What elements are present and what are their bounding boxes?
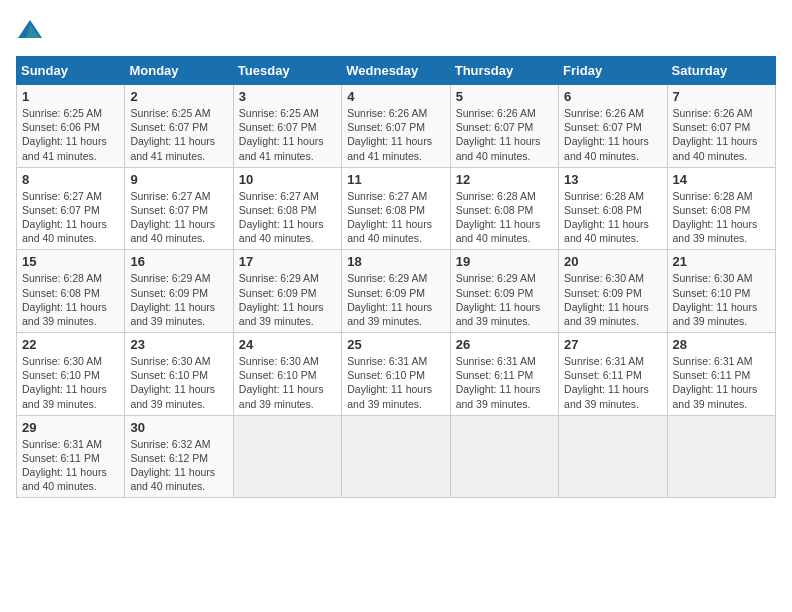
- day-number: 4: [347, 89, 444, 104]
- calendar-cell: 9 Sunrise: 6:27 AM Sunset: 6:07 PM Dayli…: [125, 167, 233, 250]
- calendar-cell: 20 Sunrise: 6:30 AM Sunset: 6:09 PM Dayl…: [559, 250, 667, 333]
- day-number: 14: [673, 172, 770, 187]
- calendar-week-2: 8 Sunrise: 6:27 AM Sunset: 6:07 PM Dayli…: [17, 167, 776, 250]
- day-number: 24: [239, 337, 336, 352]
- day-info: Sunrise: 6:31 AM Sunset: 6:11 PM Dayligh…: [673, 354, 770, 411]
- calendar-cell: 8 Sunrise: 6:27 AM Sunset: 6:07 PM Dayli…: [17, 167, 125, 250]
- day-info: Sunrise: 6:29 AM Sunset: 6:09 PM Dayligh…: [456, 271, 553, 328]
- calendar-cell: 30 Sunrise: 6:32 AM Sunset: 6:12 PM Dayl…: [125, 415, 233, 498]
- calendar-cell: 11 Sunrise: 6:27 AM Sunset: 6:08 PM Dayl…: [342, 167, 450, 250]
- header-day-friday: Friday: [559, 57, 667, 85]
- day-info: Sunrise: 6:30 AM Sunset: 6:10 PM Dayligh…: [22, 354, 119, 411]
- day-number: 27: [564, 337, 661, 352]
- day-info: Sunrise: 6:27 AM Sunset: 6:08 PM Dayligh…: [239, 189, 336, 246]
- day-info: Sunrise: 6:30 AM Sunset: 6:10 PM Dayligh…: [239, 354, 336, 411]
- calendar-cell: 4 Sunrise: 6:26 AM Sunset: 6:07 PM Dayli…: [342, 85, 450, 168]
- calendar-cell: 24 Sunrise: 6:30 AM Sunset: 6:10 PM Dayl…: [233, 333, 341, 416]
- day-info: Sunrise: 6:29 AM Sunset: 6:09 PM Dayligh…: [130, 271, 227, 328]
- day-info: Sunrise: 6:31 AM Sunset: 6:11 PM Dayligh…: [564, 354, 661, 411]
- calendar-week-5: 29 Sunrise: 6:31 AM Sunset: 6:11 PM Dayl…: [17, 415, 776, 498]
- calendar-cell: 21 Sunrise: 6:30 AM Sunset: 6:10 PM Dayl…: [667, 250, 775, 333]
- day-number: 11: [347, 172, 444, 187]
- calendar-header-row: SundayMondayTuesdayWednesdayThursdayFrid…: [17, 57, 776, 85]
- day-number: 15: [22, 254, 119, 269]
- calendar-cell: 1 Sunrise: 6:25 AM Sunset: 6:06 PM Dayli…: [17, 85, 125, 168]
- day-number: 13: [564, 172, 661, 187]
- header-day-saturday: Saturday: [667, 57, 775, 85]
- day-info: Sunrise: 6:27 AM Sunset: 6:08 PM Dayligh…: [347, 189, 444, 246]
- day-number: 7: [673, 89, 770, 104]
- calendar-week-1: 1 Sunrise: 6:25 AM Sunset: 6:06 PM Dayli…: [17, 85, 776, 168]
- calendar-cell: [342, 415, 450, 498]
- day-info: Sunrise: 6:29 AM Sunset: 6:09 PM Dayligh…: [239, 271, 336, 328]
- day-number: 30: [130, 420, 227, 435]
- header-day-wednesday: Wednesday: [342, 57, 450, 85]
- header-day-monday: Monday: [125, 57, 233, 85]
- day-info: Sunrise: 6:31 AM Sunset: 6:11 PM Dayligh…: [22, 437, 119, 494]
- day-number: 23: [130, 337, 227, 352]
- day-info: Sunrise: 6:31 AM Sunset: 6:10 PM Dayligh…: [347, 354, 444, 411]
- calendar-cell: 25 Sunrise: 6:31 AM Sunset: 6:10 PM Dayl…: [342, 333, 450, 416]
- calendar-cell: 15 Sunrise: 6:28 AM Sunset: 6:08 PM Dayl…: [17, 250, 125, 333]
- day-number: 1: [22, 89, 119, 104]
- calendar-cell: 13 Sunrise: 6:28 AM Sunset: 6:08 PM Dayl…: [559, 167, 667, 250]
- calendar-cell: 29 Sunrise: 6:31 AM Sunset: 6:11 PM Dayl…: [17, 415, 125, 498]
- day-number: 22: [22, 337, 119, 352]
- day-number: 18: [347, 254, 444, 269]
- calendar-cell: 19 Sunrise: 6:29 AM Sunset: 6:09 PM Dayl…: [450, 250, 558, 333]
- calendar-cell: 16 Sunrise: 6:29 AM Sunset: 6:09 PM Dayl…: [125, 250, 233, 333]
- day-number: 28: [673, 337, 770, 352]
- calendar-cell: 27 Sunrise: 6:31 AM Sunset: 6:11 PM Dayl…: [559, 333, 667, 416]
- calendar-cell: 26 Sunrise: 6:31 AM Sunset: 6:11 PM Dayl…: [450, 333, 558, 416]
- day-number: 21: [673, 254, 770, 269]
- day-info: Sunrise: 6:28 AM Sunset: 6:08 PM Dayligh…: [456, 189, 553, 246]
- day-number: 16: [130, 254, 227, 269]
- day-number: 20: [564, 254, 661, 269]
- calendar-week-4: 22 Sunrise: 6:30 AM Sunset: 6:10 PM Dayl…: [17, 333, 776, 416]
- logo-icon: [16, 16, 44, 44]
- day-number: 6: [564, 89, 661, 104]
- page-header: [16, 16, 776, 44]
- day-number: 9: [130, 172, 227, 187]
- day-number: 5: [456, 89, 553, 104]
- header-day-tuesday: Tuesday: [233, 57, 341, 85]
- calendar-cell: 12 Sunrise: 6:28 AM Sunset: 6:08 PM Dayl…: [450, 167, 558, 250]
- day-number: 26: [456, 337, 553, 352]
- calendar-cell: 14 Sunrise: 6:28 AM Sunset: 6:08 PM Dayl…: [667, 167, 775, 250]
- day-number: 12: [456, 172, 553, 187]
- header-day-thursday: Thursday: [450, 57, 558, 85]
- day-info: Sunrise: 6:29 AM Sunset: 6:09 PM Dayligh…: [347, 271, 444, 328]
- day-info: Sunrise: 6:26 AM Sunset: 6:07 PM Dayligh…: [456, 106, 553, 163]
- day-info: Sunrise: 6:28 AM Sunset: 6:08 PM Dayligh…: [22, 271, 119, 328]
- day-number: 29: [22, 420, 119, 435]
- calendar-cell: [667, 415, 775, 498]
- calendar-cell: 10 Sunrise: 6:27 AM Sunset: 6:08 PM Dayl…: [233, 167, 341, 250]
- day-number: 17: [239, 254, 336, 269]
- day-info: Sunrise: 6:26 AM Sunset: 6:07 PM Dayligh…: [673, 106, 770, 163]
- calendar-cell: 6 Sunrise: 6:26 AM Sunset: 6:07 PM Dayli…: [559, 85, 667, 168]
- day-info: Sunrise: 6:26 AM Sunset: 6:07 PM Dayligh…: [564, 106, 661, 163]
- day-number: 10: [239, 172, 336, 187]
- calendar-week-3: 15 Sunrise: 6:28 AM Sunset: 6:08 PM Dayl…: [17, 250, 776, 333]
- calendar-cell: 17 Sunrise: 6:29 AM Sunset: 6:09 PM Dayl…: [233, 250, 341, 333]
- header-day-sunday: Sunday: [17, 57, 125, 85]
- calendar-cell: [559, 415, 667, 498]
- calendar-cell: 28 Sunrise: 6:31 AM Sunset: 6:11 PM Dayl…: [667, 333, 775, 416]
- day-info: Sunrise: 6:25 AM Sunset: 6:07 PM Dayligh…: [130, 106, 227, 163]
- day-number: 2: [130, 89, 227, 104]
- day-info: Sunrise: 6:32 AM Sunset: 6:12 PM Dayligh…: [130, 437, 227, 494]
- day-info: Sunrise: 6:27 AM Sunset: 6:07 PM Dayligh…: [130, 189, 227, 246]
- day-info: Sunrise: 6:26 AM Sunset: 6:07 PM Dayligh…: [347, 106, 444, 163]
- day-number: 25: [347, 337, 444, 352]
- day-info: Sunrise: 6:27 AM Sunset: 6:07 PM Dayligh…: [22, 189, 119, 246]
- day-info: Sunrise: 6:28 AM Sunset: 6:08 PM Dayligh…: [564, 189, 661, 246]
- calendar-cell: 3 Sunrise: 6:25 AM Sunset: 6:07 PM Dayli…: [233, 85, 341, 168]
- day-info: Sunrise: 6:28 AM Sunset: 6:08 PM Dayligh…: [673, 189, 770, 246]
- day-info: Sunrise: 6:30 AM Sunset: 6:10 PM Dayligh…: [130, 354, 227, 411]
- calendar-cell: 5 Sunrise: 6:26 AM Sunset: 6:07 PM Dayli…: [450, 85, 558, 168]
- day-number: 3: [239, 89, 336, 104]
- day-info: Sunrise: 6:25 AM Sunset: 6:07 PM Dayligh…: [239, 106, 336, 163]
- calendar-table: SundayMondayTuesdayWednesdayThursdayFrid…: [16, 56, 776, 498]
- calendar-cell: 22 Sunrise: 6:30 AM Sunset: 6:10 PM Dayl…: [17, 333, 125, 416]
- day-info: Sunrise: 6:25 AM Sunset: 6:06 PM Dayligh…: [22, 106, 119, 163]
